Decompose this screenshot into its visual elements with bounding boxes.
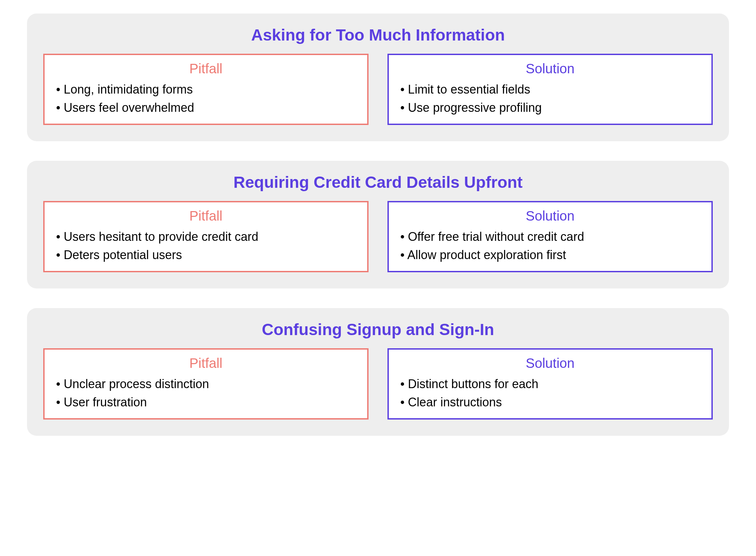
solution-card: Solution • Distinct buttons for each • C… bbox=[387, 348, 713, 420]
solution-card-title: Solution bbox=[398, 208, 702, 224]
bullet-text: Limit to essential fields bbox=[408, 82, 530, 96]
pitfall-card-title: Pitfall bbox=[54, 61, 358, 76]
solution-card-title: Solution bbox=[398, 356, 702, 371]
bullet-text: Unclear process distinction bbox=[64, 377, 209, 391]
pitfall-card-title: Pitfall bbox=[54, 356, 358, 371]
list-item: • Deters potential users bbox=[56, 246, 358, 264]
solution-bullet-list: • Distinct buttons for each • Clear inst… bbox=[398, 375, 702, 411]
pitfall-card: Pitfall • Unclear process distinction • … bbox=[43, 348, 369, 420]
pitfall-bullet-list: • Users hesitant to provide credit card … bbox=[54, 228, 358, 264]
bullet-text: Users feel overwhelmed bbox=[64, 101, 194, 115]
page-container: Asking for Too Much Information Pitfall … bbox=[0, 0, 756, 469]
pitfall-card-title: Pitfall bbox=[54, 208, 358, 224]
solution-bullet-list: • Limit to essential fields • Use progre… bbox=[398, 80, 702, 117]
bullet-text: Long, intimidating forms bbox=[64, 82, 193, 96]
bullet-text: Use progressive profiling bbox=[408, 101, 542, 115]
pitfall-card: Pitfall • Users hesitant to provide cred… bbox=[43, 201, 369, 272]
list-item: • User frustration bbox=[56, 393, 358, 411]
section-columns: Pitfall • Long, intimidating forms • Use… bbox=[43, 54, 713, 125]
list-item: • Use progressive profiling bbox=[400, 99, 702, 117]
bullet-text: User frustration bbox=[64, 395, 147, 409]
section-credit-card: Requiring Credit Card Details Upfront Pi… bbox=[27, 161, 729, 288]
list-item: • Unclear process distinction bbox=[56, 375, 358, 393]
bullet-text: Distinct buttons for each bbox=[408, 377, 538, 391]
section-title: Requiring Credit Card Details Upfront bbox=[43, 173, 713, 192]
solution-card: Solution • Offer free trial without cred… bbox=[387, 201, 713, 272]
list-item: • Allow product exploration first bbox=[400, 246, 702, 264]
solution-bullet-list: • Offer free trial without credit card •… bbox=[398, 228, 702, 264]
solution-card: Solution • Limit to essential fields • U… bbox=[387, 54, 713, 125]
bullet-text: Allow product exploration first bbox=[407, 248, 566, 262]
list-item: • Clear instructions bbox=[400, 393, 702, 411]
section-columns: Pitfall • Unclear process distinction • … bbox=[43, 348, 713, 420]
list-item: • Offer free trial without credit card bbox=[400, 228, 702, 246]
solution-card-title: Solution bbox=[398, 61, 702, 76]
bullet-text: Deters potential users bbox=[64, 248, 182, 262]
list-item: • Limit to essential fields bbox=[400, 80, 702, 99]
pitfall-card: Pitfall • Long, intimidating forms • Use… bbox=[43, 54, 369, 125]
list-item: • Long, intimidating forms bbox=[56, 80, 358, 99]
pitfall-bullet-list: • Long, intimidating forms • Users feel … bbox=[54, 80, 358, 117]
section-signup-signin: Confusing Signup and Sign-In Pitfall • U… bbox=[27, 308, 729, 436]
pitfall-bullet-list: • Unclear process distinction • User fru… bbox=[54, 375, 358, 411]
list-item: • Users hesitant to provide credit card bbox=[56, 228, 358, 246]
bullet-text: Users hesitant to provide credit card bbox=[64, 230, 258, 244]
section-title: Confusing Signup and Sign-In bbox=[43, 320, 713, 339]
bullet-text: Clear instructions bbox=[408, 395, 502, 409]
section-columns: Pitfall • Users hesitant to provide cred… bbox=[43, 201, 713, 272]
section-title: Asking for Too Much Information bbox=[43, 26, 713, 44]
bullet-text: Offer free trial without credit card bbox=[408, 230, 584, 244]
section-too-much-info: Asking for Too Much Information Pitfall … bbox=[27, 14, 729, 141]
list-item: • Users feel overwhelmed bbox=[56, 99, 358, 117]
list-item: • Distinct buttons for each bbox=[400, 375, 702, 393]
